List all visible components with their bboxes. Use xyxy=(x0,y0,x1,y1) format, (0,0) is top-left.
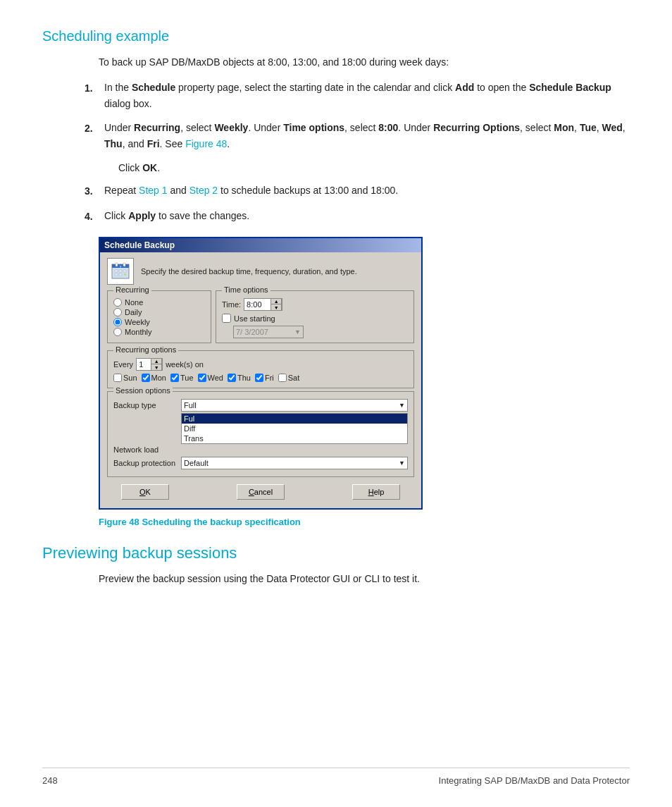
weeks-on-label: week(s) on xyxy=(166,360,204,369)
svg-rect-4 xyxy=(115,270,118,272)
click-ok: Click OK. xyxy=(118,160,630,175)
day-wed[interactable]: Wed xyxy=(198,374,223,382)
time-value: 8:00 xyxy=(244,300,270,309)
step2-link[interactable]: Step 2 xyxy=(189,185,218,196)
radio-monthly[interactable]: Monthly xyxy=(113,328,205,336)
help-button[interactable]: Help xyxy=(352,484,400,500)
day-wed-label: Wed xyxy=(208,374,223,382)
radio-weekly-input[interactable] xyxy=(113,318,122,326)
dialog-body: 7 Specify the desired backup time, frequ… xyxy=(100,252,421,508)
backup-type-field[interactable]: Full ▼ xyxy=(181,399,408,412)
day-mon-label: Mon xyxy=(151,374,166,382)
date-input[interactable]: 7/ 3/2007 ▼ xyxy=(233,326,304,338)
steps-list-cont: 3. Repeat Step 1 and Step 2 to schedule … xyxy=(85,183,630,224)
time-field[interactable]: 8:00 ▲ ▼ xyxy=(244,298,282,311)
dropdown-trans[interactable]: Trans xyxy=(182,433,407,443)
day-thu[interactable]: Thu xyxy=(228,374,251,382)
every-spinner[interactable]: ▲ ▼ xyxy=(151,358,162,371)
dialog-wrapper: Schedule Backup 7 xyxy=(99,237,630,510)
use-starting-checkbox[interactable] xyxy=(222,314,231,323)
svg-rect-6 xyxy=(123,270,126,272)
every-spin-down[interactable]: ▼ xyxy=(151,364,161,370)
backup-protection-field[interactable]: Default ▼ xyxy=(181,457,408,469)
step-2: 2. Under Recurring, select Weekly. Under… xyxy=(85,120,630,152)
day-tue-label: Tue xyxy=(180,374,194,382)
radio-none-label: None xyxy=(125,298,143,307)
every-row: Every 1 ▲ ▼ week(s) on xyxy=(113,358,408,371)
dropdown-full[interactable]: Ful xyxy=(182,414,407,424)
time-options-group: Time options Time: 8:00 ▲ ▼ xyxy=(216,290,414,343)
svg-rect-7 xyxy=(115,273,118,276)
radio-weekly[interactable]: Weekly xyxy=(113,318,205,326)
step-2-num: 2. xyxy=(85,120,104,152)
day-sun-checkbox[interactable] xyxy=(113,374,122,382)
days-row: Sun Mon Tue Wed xyxy=(113,374,408,382)
radio-none[interactable]: None xyxy=(113,298,205,307)
day-sat-checkbox[interactable] xyxy=(278,374,287,382)
day-fri-checkbox[interactable] xyxy=(255,374,263,382)
backup-protection-label: Backup protection xyxy=(113,459,177,467)
figure-48-link[interactable]: Figure 48 xyxy=(185,138,227,149)
date-dropdown-arrow[interactable]: ▼ xyxy=(294,328,301,335)
step-2-content: Under Recurring, select Weekly. Under Ti… xyxy=(104,120,630,152)
day-sat[interactable]: Sat xyxy=(278,374,300,382)
cancel-button[interactable]: Cancel xyxy=(237,484,285,500)
backup-type-row: Backup type Full ▼ xyxy=(113,399,408,412)
day-fri[interactable]: Fri xyxy=(255,374,274,382)
recurring-content: None Daily Weekly Monthly xyxy=(113,298,205,336)
radio-daily-label: Daily xyxy=(125,308,142,316)
backup-protection-arrow[interactable]: ▼ xyxy=(399,460,405,467)
intro-text: To back up SAP DB/MaxDB objects at 8:00,… xyxy=(99,54,630,70)
day-thu-label: Thu xyxy=(237,374,251,382)
day-thu-checkbox[interactable] xyxy=(228,374,236,382)
backup-type-dropdown[interactable]: Ful Diff Trans xyxy=(181,413,408,444)
day-wed-checkbox[interactable] xyxy=(198,374,206,382)
preview-text: Preview the backup session using the Dat… xyxy=(99,571,630,586)
dropdown-diff[interactable]: Diff xyxy=(182,424,407,433)
step-4-num: 4. xyxy=(85,208,104,224)
ok-button[interactable]: OK xyxy=(121,484,169,500)
time-spin-down[interactable]: ▼ xyxy=(271,304,281,310)
backup-protection-value: Default xyxy=(184,459,209,467)
day-tue[interactable]: Tue xyxy=(170,374,194,382)
section2-title: Previewing backup sessions xyxy=(42,544,630,562)
dialog-header-row: 7 Specify the desired backup time, frequ… xyxy=(107,258,414,285)
recurring-opts-group: Recurring options Every 1 ▲ ▼ week(s) on xyxy=(107,350,414,388)
network-load-label: Network load xyxy=(113,445,177,454)
every-spin-up[interactable]: ▲ xyxy=(151,359,161,364)
date-dropdown-row: 7/ 3/2007 ▼ xyxy=(233,326,408,338)
step1-link[interactable]: Step 1 xyxy=(139,185,167,196)
footer-text: Integrating SAP DB/MaxDB and Data Protec… xyxy=(439,775,630,786)
radio-daily[interactable]: Daily xyxy=(113,308,205,316)
day-mon[interactable]: Mon xyxy=(142,374,166,382)
dialog-icon: 7 xyxy=(107,258,134,285)
day-tue-checkbox[interactable] xyxy=(170,374,179,382)
footer-page: 248 xyxy=(42,775,58,786)
svg-rect-5 xyxy=(119,270,122,272)
time-spinner[interactable]: ▲ ▼ xyxy=(270,298,282,311)
svg-rect-8 xyxy=(119,273,122,276)
dialog-buttons: OK Cancel Help xyxy=(107,480,414,503)
dialog-description: Specify the desired backup time, frequen… xyxy=(141,267,357,276)
dialog-titlebar: Schedule Backup xyxy=(100,238,421,252)
time-options-title: Time options xyxy=(222,285,270,294)
step-4: 4. Click Apply to save the changes. xyxy=(85,208,630,224)
footer: 248 Integrating SAP DB/MaxDB and Data Pr… xyxy=(42,768,630,786)
session-content: Backup type Full ▼ Ful Diff Trans xyxy=(113,399,408,469)
day-mon-checkbox[interactable] xyxy=(142,374,150,382)
radio-daily-input[interactable] xyxy=(113,308,122,316)
time-label: Time: xyxy=(222,300,241,309)
schedule-backup-dialog: Schedule Backup 7 xyxy=(99,237,423,510)
backup-type-arrow[interactable]: ▼ xyxy=(399,402,405,409)
step-1: 1. In the Schedule property page, select… xyxy=(85,80,630,111)
radio-monthly-input[interactable] xyxy=(113,328,122,336)
step-1-content: In the Schedule property page, select th… xyxy=(104,80,630,111)
time-spin-up[interactable]: ▲ xyxy=(271,299,281,304)
figure-caption: Figure 48 Scheduling the backup specific… xyxy=(99,517,630,527)
every-field[interactable]: 1 ▲ ▼ xyxy=(136,358,163,371)
svg-rect-3 xyxy=(123,263,125,266)
radio-none-input[interactable] xyxy=(113,298,122,307)
backup-type-label: Backup type xyxy=(113,401,177,409)
day-sun[interactable]: Sun xyxy=(113,374,137,382)
use-starting-label: Use starting xyxy=(234,314,275,323)
